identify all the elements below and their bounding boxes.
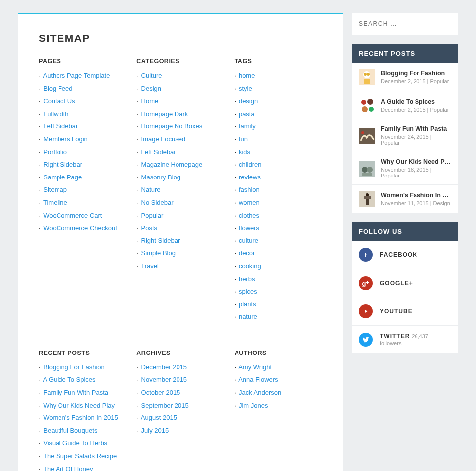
list-item: · Visual Guide To Herbs <box>39 439 126 447</box>
link-magazine-homepage[interactable]: Magazine Homepage <box>141 161 203 168</box>
search-input[interactable] <box>359 20 451 27</box>
section-title-pages: PAGES <box>39 58 126 65</box>
recent-post-item[interactable]: Family Fun With PastaNovember 24, 2015 |… <box>352 119 458 152</box>
link-image-focused[interactable]: Image Focused <box>141 135 186 143</box>
link-posts[interactable]: Posts <box>141 224 158 232</box>
link-woocommerce-cart[interactable]: WooCommerce Cart <box>43 212 102 219</box>
link-plants[interactable]: plants <box>239 300 256 308</box>
post-title: A Guide To Spices <box>381 98 451 105</box>
link-kids[interactable]: kids <box>239 148 250 156</box>
link-portfolio[interactable]: Portfolio <box>43 148 67 156</box>
list-item: · Right Sidebar <box>136 237 224 245</box>
bullet: · <box>39 122 41 130</box>
link-homepage-dark[interactable]: Homepage Dark <box>141 110 188 118</box>
link-right-sidebar[interactable]: Right Sidebar <box>43 161 82 168</box>
link-reviews[interactable]: reviews <box>239 174 261 181</box>
follow-item-google[interactable]: g⁺GOOGLE+ <box>352 269 458 297</box>
link-fullwidth[interactable]: Fullwidth <box>43 110 68 118</box>
link-family-fun-with-pasta[interactable]: Family Fun With Pasta <box>43 389 108 396</box>
link-nature[interactable]: nature <box>239 313 257 320</box>
bullet: · <box>39 110 41 118</box>
link-no-sidebar[interactable]: No Sidebar <box>141 199 174 206</box>
bullet: · <box>235 174 237 181</box>
follow-item-youtube[interactable]: YOUTUBE <box>352 297 458 326</box>
link-list: · December 2015· November 2015· October … <box>136 363 224 435</box>
recent-post-item[interactable]: Why Our Kids Need PlayNovember 18, 2015 … <box>352 152 458 185</box>
link-home[interactable]: home <box>239 72 255 79</box>
bullet: · <box>39 376 41 383</box>
link-timeline[interactable]: Timeline <box>43 199 67 206</box>
recent-posts-widget: RECENT POSTS Blogging For FashionDecembe… <box>352 44 458 213</box>
bullet: · <box>235 237 237 244</box>
link-a-guide-to-spices[interactable]: A Guide To Spices <box>43 376 96 383</box>
link-anna-flowers[interactable]: Anna Flowers <box>238 376 278 383</box>
link-right-sidebar[interactable]: Right Sidebar <box>141 237 180 244</box>
link-design[interactable]: Design <box>141 85 161 92</box>
link-members-login[interactable]: Members Login <box>43 135 88 143</box>
recent-post-item[interactable]: A Guide To SpicesDecember 2, 2015 | Popu… <box>352 91 458 119</box>
link-clothes[interactable]: clothes <box>239 212 259 219</box>
link-november-2015[interactable]: November 2015 <box>141 376 187 383</box>
post-meta: November 18, 2015 | Popular <box>381 167 451 178</box>
link-design[interactable]: design <box>239 97 258 105</box>
link-why-our-kids-need-play[interactable]: Why Our Kids Need Play <box>43 402 115 409</box>
link-sitemap[interactable]: Sitemap <box>43 186 67 193</box>
link-blog-feed[interactable]: Blog Feed <box>43 85 72 92</box>
link-authors-page-template[interactable]: Authors Page Template <box>43 72 110 79</box>
top-col-pages: PAGES· Authors Page Template· Blog Feed·… <box>39 58 126 326</box>
link-popular[interactable]: Popular <box>141 212 164 219</box>
list-item: · Blogging For Fashion <box>39 363 126 371</box>
link-woocommerce-checkout[interactable]: WooCommerce Checkout <box>43 224 117 232</box>
follow-item-twitter[interactable]: TWITTER26,437 followers <box>352 326 458 353</box>
link-left-sidebar[interactable]: Left Sidebar <box>43 122 78 130</box>
link-home[interactable]: Home <box>141 97 159 105</box>
link-the-art-of-honey[interactable]: The Art Of Honey <box>43 465 93 471</box>
link-contact-us[interactable]: Contact Us <box>43 97 75 105</box>
link-jack-anderson[interactable]: Jack Anderson <box>239 389 281 396</box>
link-blogging-for-fashion[interactable]: Blogging For Fashion <box>43 363 105 371</box>
link-fashion[interactable]: fashion <box>239 186 260 193</box>
bullet: · <box>39 72 41 79</box>
recent-post-item[interactable]: Blogging For FashionDecember 2, 2015 | P… <box>352 63 458 91</box>
link-pasta[interactable]: pasta <box>239 110 255 118</box>
link-beautiful-bouquets[interactable]: Beautiful Bouquets <box>43 427 97 434</box>
link-culture[interactable]: culture <box>239 237 258 244</box>
link-september-2015[interactable]: September 2015 <box>141 402 189 409</box>
link-amy-wright[interactable]: Amy Wright <box>238 363 272 371</box>
link-fun[interactable]: fun <box>239 135 248 143</box>
link-simple-blog[interactable]: Simple Blog <box>141 249 176 257</box>
link-visual-guide-to-herbs[interactable]: Visual Guide To Herbs <box>43 439 107 447</box>
link-herbs[interactable]: herbs <box>239 275 255 283</box>
link-cooking[interactable]: cooking <box>239 262 261 270</box>
link-decor[interactable]: decor <box>239 249 255 257</box>
link-july-2015[interactable]: July 2015 <box>141 427 169 434</box>
link-family[interactable]: family <box>239 122 256 130</box>
link-left-sidebar[interactable]: Left Sidebar <box>141 148 176 156</box>
link-jim-jones[interactable]: Jim Jones <box>239 402 268 409</box>
link-children[interactable]: children <box>239 161 262 168</box>
recent-post-item[interactable]: Women's Fashion In 2015November 11, 2015… <box>352 185 458 213</box>
link-spices[interactable]: spices <box>239 288 257 295</box>
link-travel[interactable]: Travel <box>141 262 159 270</box>
list-item: · Left Sidebar <box>136 148 224 156</box>
link-homepage-no-boxes[interactable]: Homepage No Boxes <box>141 122 203 130</box>
bullet: · <box>136 363 138 371</box>
link-masonry-blog[interactable]: Masonry Blog <box>141 174 180 181</box>
list-item: · pasta <box>235 110 322 118</box>
follow-item-facebook[interactable]: fFACEBOOK <box>352 241 458 269</box>
bullet: · <box>39 85 41 92</box>
link-sample-page[interactable]: Sample Page <box>43 174 82 181</box>
bullet: · <box>136 199 138 206</box>
link-style[interactable]: style <box>239 85 252 92</box>
link-women-s-fashion-in-2015[interactable]: Women's Fashion In 2015 <box>43 414 118 421</box>
bullet: · <box>136 161 138 168</box>
link-the-super-salads-recipe[interactable]: The Super Salads Recipe <box>43 452 117 460</box>
bullet: · <box>136 174 138 181</box>
link-women[interactable]: women <box>239 199 260 206</box>
link-december-2015[interactable]: December 2015 <box>141 363 187 371</box>
link-october-2015[interactable]: October 2015 <box>141 389 180 396</box>
link-nature[interactable]: Nature <box>141 186 161 193</box>
link-august-2015[interactable]: August 2015 <box>141 414 177 421</box>
link-culture[interactable]: Culture <box>141 72 162 79</box>
link-flowers[interactable]: flowers <box>239 224 259 232</box>
